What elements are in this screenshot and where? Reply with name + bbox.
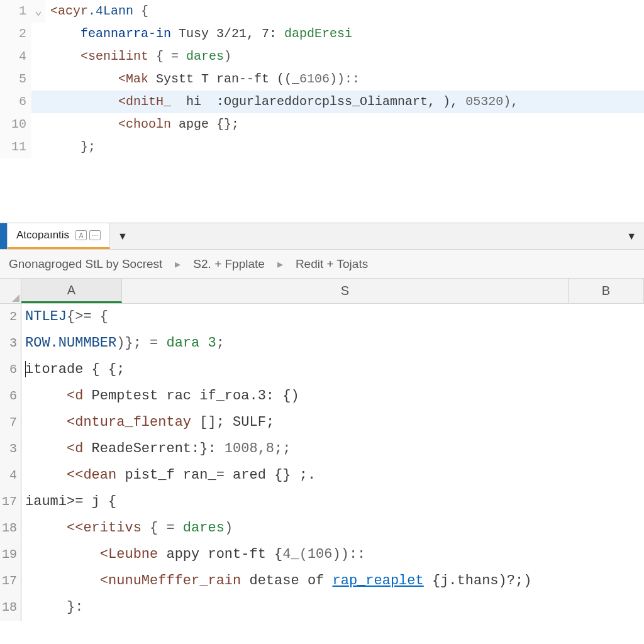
code-text[interactable]: }: [21, 594, 83, 621]
column-header-a[interactable]: A [21, 279, 122, 303]
line-number: 1 [0, 0, 31, 23]
line-number: 2 [0, 23, 31, 45]
code-line-5[interactable]: 5 <Mak Systt T ran--ft ((_6106)):: [0, 68, 644, 91]
code-line[interactable]: 3 <d ReadeSerrent:}: 1008,8;; [0, 436, 644, 462]
code-text[interactable]: <d Pemptest rac if_roa.3: {) [21, 383, 299, 409]
tab-dropdown-right-icon[interactable]: ▼ [619, 223, 644, 249]
line-number: 2 [0, 304, 21, 330]
line-number: 10 [0, 113, 31, 136]
code-text[interactable]: ROW.NUMMBER)}; = dara 3; [21, 330, 225, 357]
tab-more-icon[interactable]: ⋯ [89, 230, 101, 240]
crumb-3[interactable]: Redit + Tojats [289, 257, 374, 271]
code-text[interactable]: <senilint { = dares) [45, 45, 231, 68]
tab-atcopaintis[interactable]: Atcopaıntis A ⋯ [8, 223, 110, 249]
triangle-icon [12, 294, 19, 302]
code-text[interactable]: <Leubne appy ront-ft {4_(106)):: [21, 541, 365, 568]
code-line-empty[interactable] [0, 158, 644, 181]
code-line[interactable]: 6 <d Pemptest rac if_roa.3: {) [0, 383, 644, 409]
code-line[interactable]: 19 <Leubne appy ront-ft {4_(106)):: [0, 541, 644, 568]
code-line-10[interactable]: 10 <chooln apge {}; [0, 113, 644, 136]
fold-chevron-icon[interactable]: ⌄ [31, 0, 45, 23]
code-line[interactable]: 3 ROW.NUMMBER)}; = dara 3; [0, 330, 644, 357]
code-line[interactable]: 7 <dntura_flentay []; SULF; [0, 409, 644, 436]
code-text[interactable]: feannarra-in Tusy 3/21, 7: dapdEresi [45, 23, 352, 45]
code-text[interactable]: <dntura_flentay []; SULF; [21, 409, 274, 436]
code-text[interactable]: <chooln apge {}; [45, 113, 239, 136]
tab-marker-icon [0, 223, 8, 249]
line-number: 17 [0, 568, 21, 594]
code-line[interactable]: 18 }: [0, 594, 644, 621]
crumb-1[interactable]: Gnonagroged StL by Socrest [3, 257, 169, 271]
code-text[interactable]: itorade { {; [21, 357, 125, 383]
chevron-right-icon: ▸ [175, 257, 180, 271]
line-number: 5 [0, 68, 31, 91]
line-number: 18 [0, 515, 21, 541]
column-header-b[interactable]: B [569, 279, 644, 303]
code-text[interactable]: }; [45, 136, 96, 158]
line-number: 3 [0, 330, 21, 357]
tab-meta-icon[interactable]: A [75, 230, 87, 240]
code-line-2[interactable]: 2 feannarra-in Tusy 3/21, 7: dapdEresi [0, 23, 644, 45]
code-text[interactable]: <d ReadeSerrent:}: 1008,8;; [21, 436, 291, 462]
line-number: 7 [0, 409, 21, 436]
line-number: 4 [0, 462, 21, 489]
column-header-s[interactable]: S [122, 279, 569, 303]
code-area: 1 ⌄ <acyr.4Lann { 2 feannarra-in Tusy 3/… [0, 0, 644, 223]
line-number: 18 [0, 594, 21, 621]
code-text[interactable]: iaumi>= j { [21, 489, 116, 515]
breadcrumb: Gnonagroged StL by Socrest ▸ S2. + Fppla… [0, 250, 644, 279]
tab-label: Atcopaıntis [16, 229, 69, 242]
line-number: 11 [0, 136, 31, 158]
code-line[interactable]: 17 <nunuMefffer_rain detase of rap_reapl… [0, 568, 644, 594]
crumb-2[interactable]: S2. + Fpplate [187, 257, 271, 271]
bottom-code-editor[interactable]: 2 NTLEJ{>= { 3 ROW.NUMMBER)}; = dara 3; … [0, 304, 644, 644]
code-line[interactable]: 2 NTLEJ{>= { [0, 304, 644, 330]
code-line-1[interactable]: 1 ⌄ <acyr.4Lann { [0, 0, 644, 23]
code-line-4[interactable]: 4 <senilint { = dares) [0, 45, 644, 68]
top-code-editor[interactable]: 1 ⌄ <acyr.4Lann { 2 feannarra-in Tusy 3/… [0, 0, 644, 223]
line-number: 6 [0, 91, 31, 113]
code-line[interactable]: 18 <<eritivs { = dares) [0, 515, 644, 541]
code-text[interactable]: <acyr.4Lann { [45, 0, 148, 23]
line-number: 17 [0, 489, 21, 515]
code-text[interactable]: <<dean pist_f ran_= ared {} ;. [21, 462, 316, 489]
code-text[interactable]: <Mak Systt T ran--ft ((_6106)):: [45, 68, 360, 91]
code-text[interactable]: <dnitH_ hi :Ogurlareddorcplss_Oliamnart,… [45, 91, 518, 113]
select-all-corner[interactable] [0, 279, 21, 303]
code-line-11[interactable]: 11 }; [0, 136, 644, 158]
code-line-6-highlighted[interactable]: 6 <dnitH_ hi :Ogurlareddorcplss_Oliamnar… [0, 91, 644, 113]
tab-bar: Atcopaıntis A ⋯ ▼ ▼ [0, 223, 644, 250]
code-text[interactable]: <nunuMefffer_rain detase of rap_reaplet … [21, 568, 531, 594]
chevron-right-icon: ▸ [277, 257, 283, 271]
code-line[interactable]: 17 iaumi>= j { [0, 489, 644, 515]
column-header-row: A S B [0, 279, 644, 304]
line-number: 3 [0, 436, 21, 462]
line-number: 6 [0, 383, 21, 409]
code-text[interactable]: <<eritivs { = dares) [21, 515, 233, 541]
code-text[interactable]: NTLEJ{>= { [21, 304, 108, 330]
code-line[interactable]: 4 <<dean pist_f ran_= ared {} ;. [0, 462, 644, 489]
line-number: 19 [0, 541, 21, 568]
line-number: 6 [0, 357, 21, 383]
code-line[interactable]: 6 itorade { {; [0, 357, 644, 383]
tab-dropdown-icon[interactable]: ▼ [110, 223, 135, 249]
line-number: 4 [0, 45, 31, 68]
